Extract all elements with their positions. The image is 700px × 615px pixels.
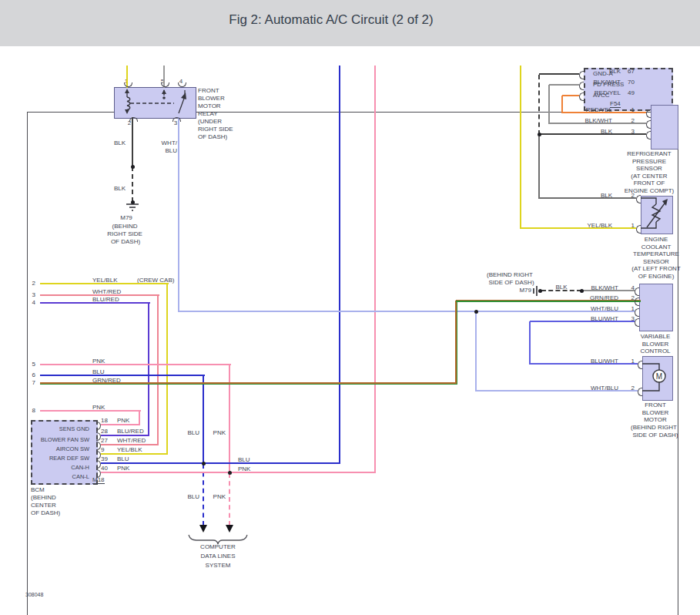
wire-segment — [541, 290, 581, 291]
motor-name-line3: MOTOR — [644, 416, 667, 423]
connector-arc-icon — [579, 82, 584, 90]
wire-segment — [529, 321, 531, 365]
wire-segment — [40, 294, 159, 296]
relay-name-line7: OF DASH) — [198, 133, 227, 140]
bcm-pin-9: 9 — [101, 446, 104, 453]
canl-drop-color-upper: PNK — [213, 429, 226, 436]
drawing-number: 308048 — [25, 591, 43, 598]
wire-segment — [229, 365, 230, 473]
wire-segment — [166, 284, 168, 455]
wire-segment — [521, 227, 636, 229]
ect-name-line6: OF ENGINE) — [638, 273, 675, 280]
bcm-pin-18: 18 — [101, 417, 108, 424]
ground-left-loc3: OF DASH) — [111, 238, 140, 245]
wire-segment — [549, 84, 579, 86]
wire-label-blk-lower: BLK — [114, 185, 126, 192]
connector-arc-icon — [646, 131, 651, 139]
wire-segment — [539, 133, 646, 135]
wire-segment — [40, 375, 205, 376]
bcm-pin-40-color: PNK — [117, 465, 129, 472]
wire-segment — [530, 321, 635, 322]
junction-dot — [474, 310, 478, 314]
bcm-connector-id: M18 — [92, 476, 105, 484]
bcm-row-blower-fan-sw: BLOWER FAN SW — [41, 436, 89, 443]
wire-segment — [562, 112, 646, 113]
wire-segment — [101, 424, 139, 425]
wire-segment — [538, 75, 540, 135]
stub-3: 3 — [32, 291, 35, 298]
wire-segment — [132, 166, 133, 202]
wire-segment — [203, 464, 204, 526]
wire-label-blk-upper: BLK — [114, 139, 126, 146]
bcm-pin-28: 28 — [101, 428, 108, 435]
wire-segment — [374, 66, 376, 473]
wire-segment — [538, 134, 540, 199]
avcc-row-label: AVCC — [593, 92, 610, 99]
wire-segment — [229, 473, 230, 526]
connector-arc-icon — [579, 71, 584, 79]
wire-segment — [520, 66, 521, 229]
data-lines-name-line2: DATA LINES — [200, 553, 235, 560]
wire-segment — [339, 66, 340, 464]
ect-name-line2: COOLANT — [641, 244, 672, 250]
bcm-pin-39: 39 — [101, 455, 108, 462]
wire-segment — [456, 300, 641, 302]
avcc-pin: 49 — [628, 89, 635, 96]
bcm-pin-27-color: WHT/RED — [117, 437, 146, 444]
bcm-pin-39-color: BLU — [117, 455, 129, 462]
wire-segment — [475, 311, 477, 392]
refrigerant-pressure-sensor-box — [651, 105, 678, 150]
bcm-pin-18-color: PNK — [117, 417, 129, 424]
gnd-pin: 67 — [628, 68, 635, 75]
refrig-name-line2: PRESSURE — [632, 158, 666, 165]
wire-label-whtblu-2: BLU — [165, 147, 177, 154]
connector-arc-icon — [636, 225, 641, 234]
relay-name-line4: RELAY — [198, 110, 218, 117]
data-lines-name-line3: SYSTEM — [206, 562, 231, 569]
wire-segment — [40, 410, 141, 412]
canl-drop-color-lower: PNK — [213, 493, 226, 500]
ground-left-icon — [125, 203, 140, 213]
diagram-canvas — [0, 46, 700, 615]
connector-arc-icon — [638, 388, 642, 396]
wire-segment — [539, 197, 636, 199]
junction-dot — [202, 462, 206, 465]
vbc-name-line2: BLOWER — [642, 341, 669, 348]
wire-segment — [101, 453, 167, 455]
canh-drop-color-lower: BLU — [187, 493, 199, 500]
wiring-diagram-page: Fig 2: Automatic A/C Circuit (2 of 2) — [0, 0, 700, 615]
wire-segment — [581, 290, 635, 291]
wire-segment — [476, 390, 638, 392]
bcm-row-rear-def-sw: REAR DEF SW — [49, 455, 89, 462]
wire-segment — [101, 444, 158, 445]
canh-drop-color-upper: BLU — [187, 429, 199, 436]
svg-text:M: M — [656, 372, 662, 381]
wire-segment — [40, 302, 150, 304]
wire-segment — [40, 382, 457, 385]
bcm-name-line4: OF DASH) — [31, 509, 60, 516]
gnd-row-label: GND-A — [593, 70, 613, 77]
relay-internal-symbol — [114, 87, 195, 117]
motor-name-line2: BLOWER — [642, 409, 669, 416]
data-lines-name-line1: COMPUTER — [200, 543, 236, 550]
wire-segment — [539, 73, 579, 75]
wire-segment — [530, 363, 638, 365]
motor-name-line5: SIDE OF DASH) — [632, 432, 678, 439]
bcm-name-line3: CENTER — [31, 502, 56, 509]
connector-arc-icon — [635, 297, 639, 306]
connector-arc-icon — [579, 92, 584, 101]
wire-segment — [101, 435, 149, 436]
vbc-name-line3: CONTROL — [640, 348, 670, 355]
wire-segment — [148, 303, 149, 436]
connector-arc-icon — [646, 109, 651, 118]
ect-name-line3: TEMPERATURE — [633, 250, 679, 257]
ect-name-line5: (AT LEFT FRONT — [631, 265, 681, 272]
junction-dot — [538, 133, 541, 136]
ground-left-id: M79 — [120, 214, 132, 221]
refrig-name-line3: SENSOR — [636, 165, 662, 172]
wire-segment — [455, 301, 457, 384]
wire-segment — [157, 295, 159, 445]
bcm-pin-28-color: BLU/RED — [117, 428, 144, 435]
stub-4: 4 — [32, 299, 35, 306]
wire-segment — [561, 96, 563, 113]
